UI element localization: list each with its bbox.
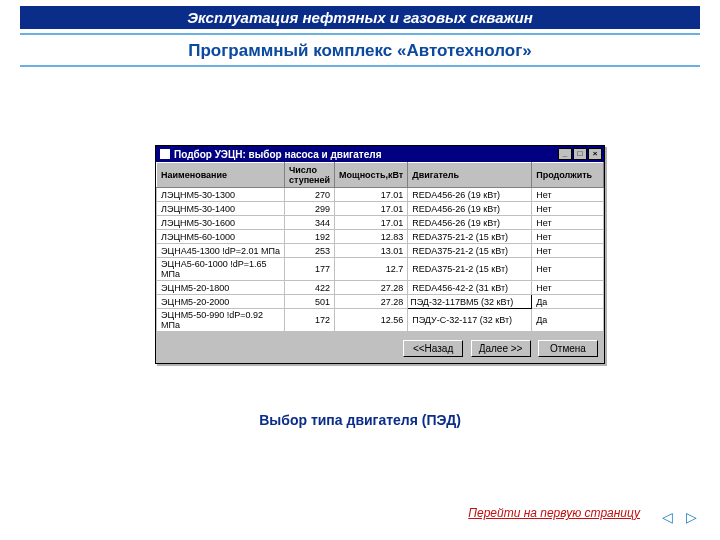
cell-motor[interactable]: REDA456-42-2 (31 кВт) <box>408 281 532 295</box>
cell-power[interactable]: 12.56 <box>335 309 408 332</box>
cell-name[interactable]: ЭЦНА5-60-1000 !dP=1.65 МПа <box>157 258 285 281</box>
cell-name[interactable]: ЛЭЦНМ5-30-1600 <box>157 216 285 230</box>
cancel-button[interactable]: Отмена <box>538 340 598 357</box>
cell-stages[interactable]: 422 <box>285 281 335 295</box>
cell-power[interactable]: 13.01 <box>335 244 408 258</box>
cell-motor[interactable]: REDA456-26 (19 кВт) <box>408 202 532 216</box>
cell-motor[interactable]: REDA375-21-2 (15 кВт) <box>408 230 532 244</box>
col-stages[interactable]: Число ступеней <box>285 163 335 188</box>
nav-arrows: ◁ ▷ <box>658 508 700 526</box>
cell-name[interactable]: ЭЦНМ5-20-1800 <box>157 281 285 295</box>
separator-bottom <box>20 65 700 67</box>
cell-power[interactable]: 12.83 <box>335 230 408 244</box>
next-button[interactable]: Далее >> <box>471 340 531 357</box>
table-row[interactable]: ЭЦНА45-1300 !dP=2.01 МПа25313.01REDA375-… <box>157 244 604 258</box>
cell-continue[interactable]: Нет <box>532 188 604 202</box>
cell-name[interactable]: ЭЦНМ5-50-990 !dP=0.92 МПа <box>157 309 285 332</box>
cell-motor[interactable]: REDA456-26 (19 кВт) <box>408 188 532 202</box>
pump-table: Наименование Число ступеней Мощность,кВт… <box>156 162 604 332</box>
figure-caption: Выбор типа двигателя (ПЭД) <box>0 412 720 428</box>
cell-name[interactable]: ЛЭЦНМ5-60-1000 <box>157 230 285 244</box>
cell-continue[interactable]: Нет <box>532 216 604 230</box>
table-row[interactable]: ЭЦНА5-60-1000 !dP=1.65 МПа17712.7REDA375… <box>157 258 604 281</box>
table-row[interactable]: ЭЦНМ5-50-990 !dP=0.92 МПа17212.56ПЭДУ-С-… <box>157 309 604 332</box>
table-row[interactable]: ЭЦНМ5-20-200050127.28ПЭД-32-117ВМ5 (32 к… <box>157 295 604 309</box>
cell-motor[interactable]: REDA456-26 (19 кВт) <box>408 216 532 230</box>
table-row[interactable]: ЛЭЦНМ5-30-160034417.01REDA456-26 (19 кВт… <box>157 216 604 230</box>
table-row[interactable]: ЭЦНМ5-20-180042227.28REDA456-42-2 (31 кВ… <box>157 281 604 295</box>
col-power[interactable]: Мощность,кВт <box>335 163 408 188</box>
cell-continue[interactable]: Да <box>532 295 604 309</box>
cell-motor[interactable]: ПЭД-32-117ВМ5 (32 кВт) <box>408 295 532 309</box>
cell-power[interactable]: 17.01 <box>335 202 408 216</box>
cell-continue[interactable]: Нет <box>532 230 604 244</box>
page-subtitle: Программный комплекс «Автотехнолог» <box>0 41 720 61</box>
cell-stages[interactable]: 501 <box>285 295 335 309</box>
maximize-button[interactable]: □ <box>573 148 587 160</box>
cell-power[interactable]: 17.01 <box>335 216 408 230</box>
cell-power[interactable]: 27.28 <box>335 281 408 295</box>
cell-power[interactable]: 17.01 <box>335 188 408 202</box>
back-button[interactable]: <<Назад <box>403 340 463 357</box>
prev-slide-icon[interactable]: ◁ <box>658 508 676 526</box>
cell-power[interactable]: 27.28 <box>335 295 408 309</box>
window-titlebar[interactable]: Подбор УЭЦН: выбор насоса и двигателя _ … <box>156 146 604 162</box>
cell-stages[interactable]: 299 <box>285 202 335 216</box>
table-header-row: Наименование Число ступеней Мощность,кВт… <box>157 163 604 188</box>
cell-name[interactable]: ЛЭЦНМ5-30-1400 <box>157 202 285 216</box>
cell-motor[interactable]: ПЭДУ-С-32-117 (32 кВт) <box>408 309 532 332</box>
cell-continue[interactable]: Да <box>532 309 604 332</box>
separator-top <box>20 33 700 35</box>
page-header: Эксплуатация нефтяных и газовых скважин <box>20 6 700 29</box>
cell-name[interactable]: ЛЭЦНМ5-30-1300 <box>157 188 285 202</box>
cell-motor[interactable]: REDA375-21-2 (15 кВт) <box>408 258 532 281</box>
cell-stages[interactable]: 177 <box>285 258 335 281</box>
cell-motor[interactable]: REDA375-21-2 (15 кВт) <box>408 244 532 258</box>
cell-stages[interactable]: 270 <box>285 188 335 202</box>
first-page-link[interactable]: Перейти на первую страницу <box>468 506 640 520</box>
col-continue[interactable]: Продолжить <box>532 163 604 188</box>
table-row[interactable]: ЛЭЦНМ5-60-100019212.83REDA375-21-2 (15 к… <box>157 230 604 244</box>
col-name[interactable]: Наименование <box>157 163 285 188</box>
cell-stages[interactable]: 192 <box>285 230 335 244</box>
app-window: Подбор УЭЦН: выбор насоса и двигателя _ … <box>155 145 605 364</box>
window-title: Подбор УЭЦН: выбор насоса и двигателя <box>174 149 557 160</box>
table-row[interactable]: ЛЭЦНМ5-30-140029917.01REDA456-26 (19 кВт… <box>157 202 604 216</box>
cell-stages[interactable]: 172 <box>285 309 335 332</box>
page-header-text: Эксплуатация нефтяных и газовых скважин <box>187 9 533 26</box>
cell-continue[interactable]: Нет <box>532 202 604 216</box>
cell-continue[interactable]: Нет <box>532 281 604 295</box>
col-motor[interactable]: Двигатель <box>408 163 532 188</box>
cell-stages[interactable]: 253 <box>285 244 335 258</box>
wizard-button-bar: <<Назад Далее >> Отмена <box>156 332 604 363</box>
cell-stages[interactable]: 344 <box>285 216 335 230</box>
cell-name[interactable]: ЭЦНМ5-20-2000 <box>157 295 285 309</box>
app-icon <box>160 149 170 159</box>
cell-name[interactable]: ЭЦНА45-1300 !dP=2.01 МПа <box>157 244 285 258</box>
cell-continue[interactable]: Нет <box>532 244 604 258</box>
close-button[interactable]: × <box>588 148 602 160</box>
table-row[interactable]: ЛЭЦНМ5-30-130027017.01REDA456-26 (19 кВт… <box>157 188 604 202</box>
minimize-button[interactable]: _ <box>558 148 572 160</box>
cell-continue[interactable]: Нет <box>532 258 604 281</box>
next-slide-icon[interactable]: ▷ <box>682 508 700 526</box>
cell-power[interactable]: 12.7 <box>335 258 408 281</box>
